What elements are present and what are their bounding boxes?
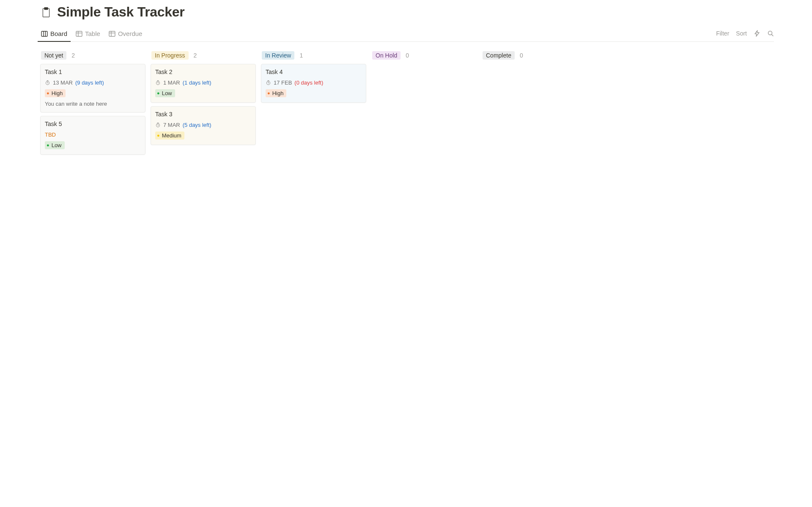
priority-dot-icon: ●	[47, 91, 49, 96]
status-pill[interactable]: In Review	[262, 51, 294, 60]
priority-dot-icon: ●	[157, 91, 160, 96]
column-header[interactable]: In Progress2	[151, 49, 256, 64]
card-days-left: (0 days left)	[294, 79, 323, 86]
column-in-progress: In Progress2Task 21 MAR(1 days left)●Low…	[151, 49, 256, 148]
card-title: Task 2	[155, 69, 251, 75]
priority-dot-icon: ●	[157, 133, 160, 138]
board: Not yet2Task 113 MAR(9 days left)●HighYo…	[40, 49, 774, 158]
svg-rect-3	[41, 31, 47, 36]
card-date: 17 FEB	[274, 79, 292, 86]
task-card[interactable]: Task 5TBD●Low	[40, 116, 145, 155]
card-title: Task 3	[155, 111, 251, 118]
column-count: 2	[194, 52, 197, 59]
table-icon	[76, 30, 82, 37]
card-priority-line: ●Low	[155, 89, 251, 97]
column-header[interactable]: In Review1	[261, 49, 366, 64]
priority-label: High	[272, 90, 284, 96]
card-date-line: 7 MAR(5 days left)	[155, 122, 251, 128]
task-card[interactable]: Task 113 MAR(9 days left)●HighYou can wr…	[40, 64, 145, 112]
card-date: 7 MAR	[163, 122, 180, 128]
status-pill[interactable]: On Hold	[372, 51, 401, 60]
svg-rect-2	[44, 7, 48, 10]
svg-line-13	[772, 34, 774, 36]
card-tbd-line: TBD	[45, 132, 141, 138]
card-date-line: 1 MAR(1 days left)	[155, 79, 251, 86]
lightning-icon[interactable]	[754, 30, 760, 37]
timer-icon	[266, 80, 271, 85]
priority-label: Low	[52, 142, 62, 148]
tab-table[interactable]: Table	[75, 27, 101, 41]
card-date: 1 MAR	[163, 79, 180, 86]
priority-tag: ●High	[45, 89, 66, 97]
board-icon	[41, 30, 48, 37]
status-pill[interactable]: In Progress	[151, 51, 189, 60]
task-card[interactable]: Task 417 FEB(0 days left)●High	[261, 64, 366, 103]
column-header[interactable]: Complete0	[482, 49, 587, 64]
priority-label: Low	[162, 90, 172, 96]
card-days-left: (5 days left)	[183, 122, 211, 128]
card-days-left: (1 days left)	[183, 79, 211, 86]
card-title: Task 5	[45, 121, 141, 127]
priority-tag: ●Medium	[155, 132, 184, 140]
column-header[interactable]: Not yet2	[40, 49, 145, 64]
task-card[interactable]: Task 21 MAR(1 days left)●Low	[151, 64, 256, 103]
task-card[interactable]: Task 37 MAR(5 days left)●Medium	[151, 106, 256, 145]
priority-label: Medium	[162, 132, 181, 139]
status-pill[interactable]: Complete	[483, 51, 515, 60]
timer-icon	[45, 80, 50, 85]
page-title: Simple Task Tracker	[57, 4, 184, 20]
svg-rect-9	[109, 31, 115, 36]
tabs-right: Filter Sort	[716, 30, 774, 39]
timer-icon	[155, 122, 161, 128]
tab-label: Table	[85, 30, 100, 37]
card-priority-line: ●High	[45, 89, 141, 97]
clipboard-icon	[40, 6, 52, 18]
card-days-left: (9 days left)	[75, 79, 104, 86]
card-priority-line: ●Medium	[155, 132, 251, 140]
tabs-row: Board Table	[40, 27, 774, 42]
tab-label: Overdue	[118, 30, 143, 37]
svg-rect-6	[76, 31, 82, 36]
card-note-line: You can write a note here	[45, 101, 141, 107]
filter-button[interactable]: Filter	[716, 30, 729, 37]
priority-dot-icon: ●	[47, 143, 49, 148]
tab-board[interactable]: Board	[40, 27, 68, 41]
column-header[interactable]: On Hold0	[371, 49, 477, 64]
search-icon[interactable]	[767, 30, 774, 37]
card-title: Task 1	[45, 69, 141, 75]
tabs-left: Board Table	[40, 27, 143, 41]
svg-rect-1	[43, 8, 49, 16]
page-header: Simple Task Tracker	[40, 4, 774, 20]
column-on-hold: On Hold0	[371, 49, 477, 64]
priority-dot-icon: ●	[267, 91, 270, 96]
column-count: 2	[71, 52, 75, 59]
status-pill[interactable]: Not yet	[41, 51, 66, 60]
card-tbd: TBD	[45, 132, 56, 138]
column-complete: Complete0	[482, 49, 587, 64]
tab-overdue[interactable]: Overdue	[108, 27, 143, 41]
column-count: 0	[520, 52, 523, 59]
priority-label: High	[52, 90, 63, 96]
column-not-yet: Not yet2Task 113 MAR(9 days left)●HighYo…	[40, 49, 145, 158]
card-note: You can write a note here	[45, 101, 107, 107]
card-title: Task 4	[266, 69, 362, 75]
priority-tag: ●Low	[155, 89, 175, 97]
column-count: 1	[299, 52, 303, 59]
card-date-line: 13 MAR(9 days left)	[45, 79, 141, 86]
table-icon	[109, 30, 115, 37]
priority-tag: ●High	[266, 89, 286, 97]
sort-button[interactable]: Sort	[736, 30, 747, 37]
card-date: 13 MAR	[53, 79, 73, 86]
priority-tag: ●Low	[45, 141, 65, 149]
column-count: 0	[406, 52, 409, 59]
card-priority-line: ●Low	[45, 141, 141, 149]
card-priority-line: ●High	[266, 89, 362, 97]
column-in-review: In Review1Task 417 FEB(0 days left)●High	[261, 49, 366, 106]
timer-icon	[155, 80, 161, 85]
tab-label: Board	[50, 30, 67, 37]
card-date-line: 17 FEB(0 days left)	[266, 79, 362, 86]
